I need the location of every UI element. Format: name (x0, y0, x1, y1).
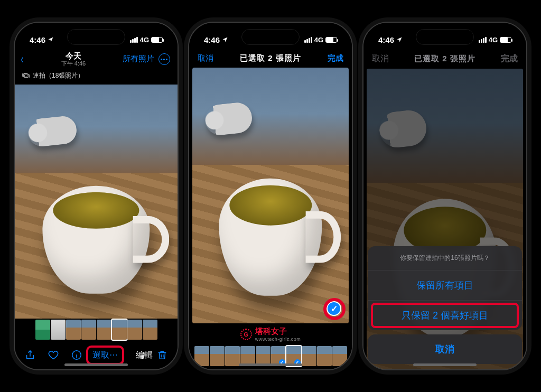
location-icon (222, 36, 228, 43)
keep-all-option[interactable]: 保留所有項目 (368, 270, 522, 301)
nav-title: 今天 (61, 51, 86, 60)
burst-icon (22, 73, 30, 78)
all-photos-link[interactable]: 所有照片 (123, 54, 154, 64)
dynamic-island (416, 29, 474, 45)
thumb[interactable] (97, 320, 111, 340)
status-time: 4:46 (30, 35, 45, 44)
thumb[interactable] (35, 320, 50, 340)
phone-burst-view: 4:46 4G ‹ 今天 下午 4:46 所有照片 ••• 連拍（18張照片） (14, 22, 179, 370)
delete-icon[interactable] (156, 349, 168, 361)
battery-icon (500, 37, 511, 43)
select-nav-bar: 取消 已選取 2 張照片 完成 (363, 49, 526, 69)
thumb[interactable] (51, 320, 66, 340)
battery-icon (151, 37, 163, 43)
status-time: 4:46 (204, 35, 220, 44)
edit-button[interactable]: 編輯 (136, 350, 153, 361)
phone-select-view: 4:46 4G 取消 已選取 2 張照片 完成 ✓ G 塔科女子 www.tec… (188, 22, 353, 370)
nav-title: 已選取 2 張照片 (414, 54, 475, 64)
sheet-cancel-button[interactable]: 取消 (368, 334, 522, 364)
cancel-button-disabled: 取消 (372, 53, 389, 64)
photo-preview[interactable] (15, 85, 178, 319)
home-indicator (413, 363, 477, 366)
status-time: 4:46 (378, 35, 394, 44)
dynamic-island (67, 29, 125, 45)
keep-favorites-option[interactable]: 只保留 2 個喜好項目 (368, 301, 522, 330)
thumb[interactable] (66, 320, 81, 340)
select-nav-bar: 取消 已選取 2 張照片 完成 (189, 49, 352, 68)
thumb[interactable] (112, 320, 127, 340)
annotation-circle (323, 298, 346, 320)
home-indicator (64, 363, 128, 366)
thumb[interactable] (302, 346, 316, 366)
watermark: G 塔科女子 www.tech-girlz.com (189, 323, 352, 343)
action-sheet: 你要保留連拍中的16張照片嗎？ 保留所有項目 只保留 2 個喜好項目 取消 (368, 246, 522, 364)
thumb[interactable] (194, 346, 209, 366)
thumb[interactable] (225, 346, 240, 366)
share-icon[interactable] (24, 349, 36, 361)
dynamic-island (241, 29, 300, 45)
thumb[interactable] (317, 346, 332, 366)
thumb[interactable] (332, 346, 347, 366)
thumb[interactable] (143, 320, 157, 340)
info-icon[interactable] (71, 349, 82, 361)
nav-title: 已選取 2 張照片 (240, 53, 301, 63)
battery-icon (325, 37, 337, 43)
back-button[interactable]: ‹ (21, 52, 24, 67)
photo-preview[interactable]: ✓ (192, 68, 349, 323)
signal-icon (130, 37, 138, 43)
phone-actionsheet-view: 4:46 4G 取消 已選取 2 張照片 完成 你要保留連拍中的16張照片嗎？ … (362, 22, 527, 370)
signal-icon (304, 37, 312, 43)
nav-subtitle: 下午 4:46 (61, 60, 86, 67)
home-indicator (239, 363, 302, 366)
network-label: 4G (489, 36, 498, 44)
thumbnail-strip[interactable] (15, 319, 178, 341)
thumb[interactable] (81, 320, 96, 340)
watermark-logo-icon: G (240, 329, 252, 340)
favorite-icon[interactable] (48, 349, 59, 361)
sheet-message: 你要保留連拍中的16張照片嗎？ (368, 246, 522, 270)
watermark-sub: www.tech-girlz.com (255, 337, 301, 342)
network-label: 4G (140, 36, 149, 44)
signal-icon (479, 37, 487, 43)
thumb[interactable] (210, 346, 225, 366)
cancel-button[interactable]: 取消 (198, 53, 213, 63)
done-button-disabled: 完成 (501, 53, 518, 64)
more-options-button[interactable]: ••• (158, 53, 170, 65)
location-icon (396, 36, 403, 43)
done-button[interactable]: 完成 (328, 53, 343, 63)
location-icon (48, 36, 54, 43)
burst-info: 連拍（18張照片） (15, 69, 178, 85)
select-button[interactable]: 選取⋯ (86, 346, 124, 365)
burst-label: 連拍（18張照片） (33, 71, 84, 80)
network-label: 4G (314, 36, 323, 44)
watermark-name: 塔科女子 (255, 326, 287, 335)
photo-nav-bar: ‹ 今天 下午 4:46 所有照片 ••• (15, 49, 178, 69)
thumb[interactable] (127, 320, 142, 340)
